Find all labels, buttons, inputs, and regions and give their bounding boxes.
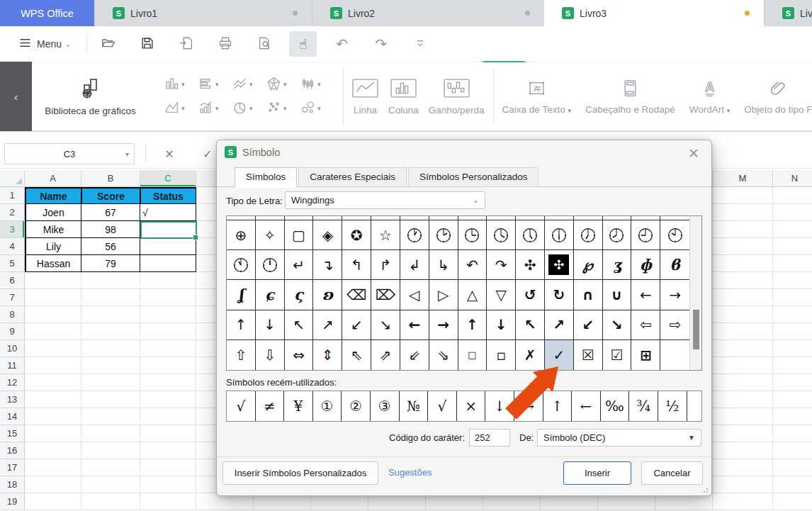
symbol-cell[interactable]: ▢ <box>285 220 314 250</box>
cell-N19[interactable] <box>773 493 812 510</box>
insert-button[interactable]: Inserir <box>563 461 631 485</box>
cell-B4[interactable]: 56 <box>81 238 140 255</box>
symbol-cell[interactable]: ↘ <box>603 310 632 340</box>
symbol-cell[interactable]: ✣ <box>545 250 574 280</box>
menu-button[interactable]: Menu ⌄ <box>18 36 71 52</box>
save-button[interactable] <box>133 31 161 57</box>
cell-M1[interactable] <box>713 187 773 204</box>
cell-A11[interactable] <box>25 357 81 374</box>
column-chart-menu[interactable]: ▾ <box>164 72 198 96</box>
cell-M12[interactable] <box>713 374 773 391</box>
cell-N3[interactable] <box>773 221 812 238</box>
cell-M6[interactable] <box>713 272 773 289</box>
cell-M3[interactable] <box>713 221 773 238</box>
symbol-cell[interactable]: ↑ <box>458 310 487 340</box>
cell-C9[interactable] <box>140 323 196 340</box>
recent-symbol-cell[interactable]: × <box>457 391 486 421</box>
symbol-cell[interactable]: ◈ <box>313 220 342 250</box>
cell-N15[interactable] <box>773 425 812 442</box>
cell-C15[interactable] <box>140 425 196 442</box>
cell-A13[interactable] <box>25 391 81 408</box>
cell-N10[interactable] <box>773 340 812 357</box>
row-header-12[interactable]: 12 <box>0 374 25 391</box>
sparkline-ganho-perda-button[interactable]: Ganho/perda <box>429 78 485 116</box>
text-box-button[interactable]: ACaixa de Texto ▾ <box>502 79 571 115</box>
cell-A14[interactable] <box>25 408 81 425</box>
cell-N2[interactable] <box>773 204 812 221</box>
row-header-11[interactable]: 11 <box>0 357 25 374</box>
cell-B11[interactable] <box>81 357 140 374</box>
symbol-cell[interactable]: ↳ <box>429 250 458 280</box>
symbol-cell[interactable]: ↑ <box>227 310 256 340</box>
row-header-5[interactable]: 5 <box>0 255 25 272</box>
area-chart-menu[interactable]: ▾ <box>164 96 198 120</box>
cell-N9[interactable] <box>773 323 812 340</box>
cell-A12[interactable] <box>25 374 81 391</box>
cell-B8[interactable] <box>81 306 140 323</box>
cell-A3[interactable]: Mike <box>25 221 81 238</box>
cell-C10[interactable] <box>140 340 196 357</box>
print-preview-button[interactable] <box>250 31 278 57</box>
symbol-cell[interactable]: ℘ <box>574 250 603 280</box>
recent-symbol-cell[interactable]: ③ <box>371 391 400 421</box>
symbol-cell[interactable]: ↲ <box>400 250 429 280</box>
row-header-10[interactable]: 10 <box>0 340 25 357</box>
cell-N11[interactable] <box>773 357 812 374</box>
symbol-cell[interactable]: ✧ <box>256 220 285 250</box>
cell-N1[interactable] <box>773 187 812 204</box>
cell-A17[interactable] <box>25 459 81 476</box>
symbol-cell[interactable]: ⌫ <box>342 280 371 310</box>
sparkline-linha-button[interactable]: Linha <box>352 78 378 116</box>
sparkline-coluna-button[interactable]: Coluna <box>388 78 419 116</box>
symbol-cell[interactable]: ▷ <box>429 280 458 310</box>
symbol-cell[interactable]: ↶ <box>458 250 487 280</box>
recent-symbol-cell[interactable]: ② <box>342 391 371 421</box>
symbol-cell[interactable]: ⇗ <box>371 340 400 370</box>
row-header-4[interactable]: 4 <box>0 238 25 255</box>
select-all-corner[interactable] <box>0 170 25 187</box>
cell-B1[interactable]: Score <box>81 187 140 204</box>
cell-M14[interactable] <box>713 408 773 425</box>
symbol-cell[interactable] <box>227 250 256 280</box>
encoding-select[interactable]: Símbolo (DEC) ▼ <box>537 429 701 447</box>
cell-C1[interactable]: Status <box>140 187 196 204</box>
cell-B10[interactable] <box>81 340 140 357</box>
cell-N14[interactable] <box>773 408 812 425</box>
pie-chart-menu[interactable]: ▾ <box>232 96 266 120</box>
symbol-cell[interactable] <box>574 220 603 250</box>
recent-symbol-cell[interactable]: № <box>400 391 429 421</box>
open-folder-button[interactable] <box>94 31 122 57</box>
cell-C12[interactable] <box>140 374 196 391</box>
row-header-14[interactable]: 14 <box>0 408 25 425</box>
symbol-cell[interactable]: ∪ <box>603 280 632 310</box>
symbol-cell[interactable] <box>256 250 285 280</box>
collapse-sidebar-button[interactable]: ‹ <box>0 62 32 131</box>
symbol-cell[interactable] <box>660 220 689 250</box>
symbol-cell[interactable] <box>660 340 689 370</box>
symbol-cell[interactable]: ʓ <box>603 250 632 280</box>
cell-M10[interactable] <box>713 340 773 357</box>
symbol-cell[interactable]: ↺ <box>516 280 545 310</box>
symbol-cell[interactable]: ↰ <box>342 250 371 280</box>
symbol-cell[interactable] <box>631 220 660 250</box>
symbol-cell[interactable]: ⇘ <box>429 340 458 370</box>
symbol-cell[interactable]: ⊞ <box>631 340 660 370</box>
document-tab-livro[interactable]: SLivro <box>764 0 812 26</box>
resize-grip[interactable] <box>701 486 708 493</box>
cell-B13[interactable] <box>81 391 140 408</box>
cell-N17[interactable] <box>773 459 812 476</box>
recent-symbol-cell[interactable]: ¥ <box>284 391 313 421</box>
cell-A10[interactable] <box>25 340 81 357</box>
cell-C14[interactable] <box>140 408 196 425</box>
cell-A2[interactable]: Joen <box>25 204 81 221</box>
cell-A7[interactable] <box>25 289 81 306</box>
symbol-cell[interactable] <box>458 220 487 250</box>
cancel-button[interactable]: Cancelar <box>641 461 703 485</box>
symbol-cell[interactable]: ↖ <box>285 310 314 340</box>
symbol-cell[interactable] <box>545 220 574 250</box>
cell-M4[interactable] <box>713 238 773 255</box>
suggestions-link[interactable]: Sugestões <box>388 467 432 478</box>
cell-C4[interactable] <box>140 238 196 255</box>
cell-C13[interactable] <box>140 391 196 408</box>
cell-B7[interactable] <box>81 289 140 306</box>
